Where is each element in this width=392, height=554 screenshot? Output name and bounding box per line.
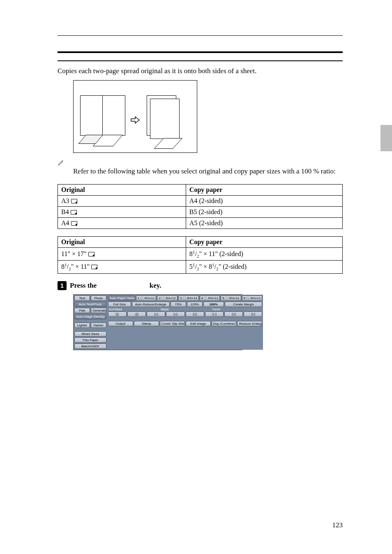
table-row: B4 B5 (2-sided) — [58, 206, 343, 217]
landscape-icon — [71, 221, 77, 226]
page-number: 123 — [332, 521, 343, 529]
shot-btn: Output — [108, 321, 133, 326]
arrow-right-icon — [130, 115, 140, 125]
shot-btn: 4 ⬚ 8½×11 — [200, 295, 220, 301]
shot-btn: 73% — [171, 302, 186, 307]
shot-btn: Thin Paper — [74, 337, 106, 343]
shot-btn: Batch/SADF — [74, 344, 106, 349]
cell-copy: 81/2" × 11" (2-sided) — [189, 250, 243, 257]
cell-orig: 11" × 17" — [61, 250, 87, 257]
table-row: A3 A4 (2-sided) — [58, 195, 343, 206]
shot-btn: 5 ⬚ 8½×11 — [221, 295, 241, 301]
intro-text: Copies each two-page spread original as … — [58, 66, 343, 76]
shot-btn: 3 ⬚ 8½×14 — [178, 295, 199, 301]
th-copy: Copy paper — [189, 186, 222, 193]
paper-size-table-metric: Original Copy paper A3 A4 (2-sided) B4 B… — [58, 184, 343, 229]
shot-btn: Pale — [74, 308, 90, 313]
landscape-icon — [91, 265, 97, 269]
th-original: Original — [61, 186, 85, 193]
shot-btn: Reduce/ Enlarge — [237, 321, 262, 326]
shot-btn: Mixed Sizes — [74, 331, 106, 337]
shot-btn: Photo — [91, 295, 106, 301]
shot-btn: Stamp — [134, 321, 159, 326]
shot-btn: Cover/ Slip Sheet — [160, 321, 185, 326]
rule — [58, 51, 343, 53]
page-content: Copies each two-page spread original as … — [0, 0, 392, 367]
th-copy: Copy paper — [189, 238, 222, 245]
shot-btn: ▯·▯ — [205, 312, 224, 317]
rule — [58, 35, 343, 36]
shot-btn: 1 ⬚ 8½×11 — [136, 295, 157, 301]
shot-btn: Auto Reduce/Enlarge — [132, 302, 170, 307]
control-panel-screenshot: Text Photo Auto Text/Photo Pale Generati… — [73, 294, 242, 350]
shot-btn: ▯:▯ — [244, 312, 262, 317]
shot-btn: 2 ⬚ 8½×11 — [157, 295, 178, 301]
landscape-icon — [71, 199, 77, 203]
shot-btn: 6 ⬚ 8½×11 — [242, 295, 263, 301]
note-text: Refer to the following table when you se… — [73, 166, 343, 177]
book-to-duplex-illustration — [73, 80, 197, 153]
shot-btn: 129% — [187, 302, 203, 307]
step-text: Press the key. — [70, 282, 161, 290]
shot-btn: Auto Paper Select — [108, 295, 135, 301]
shot-label: Staple — [160, 308, 211, 311]
cell-orig: 81/2" × 11" — [61, 263, 90, 270]
shot-btn: ▯·▯ — [147, 312, 165, 317]
table-row: 11" × 17" 81/2" × 11" (2-sided) — [58, 247, 343, 261]
section-tab — [380, 125, 392, 151]
shot-btn: 100% — [203, 302, 224, 307]
shot-btn: Edit Image — [186, 321, 211, 326]
note-icon — [58, 159, 64, 166]
shot-label: Punch — [212, 308, 263, 311]
shot-btn: Generation — [91, 308, 106, 313]
th-original: Original — [61, 238, 85, 245]
shot-btn: ▯▯ — [127, 312, 146, 317]
shot-btn: Auto Image Density — [74, 314, 106, 319]
shot-btn: Create Margin — [225, 302, 263, 307]
shot-btn: Lighter — [74, 323, 90, 328]
landscape-icon — [88, 252, 95, 256]
shot-btn: ▯▯ — [108, 312, 127, 317]
table-row: 81/2" × 11" 51/2" × 81/2" (2-sided) — [58, 261, 343, 274]
step-number-badge: 1 — [58, 281, 67, 290]
shot-btn: Auto Text/Photo — [74, 302, 106, 307]
shot-btn: Dup./Combine/ Series — [212, 321, 237, 326]
step-1: 1 Press the key. — [58, 281, 343, 290]
shot-btn: ▯:▯ — [224, 312, 243, 317]
landscape-icon — [71, 210, 77, 215]
shot-btn: ▯:▯ — [186, 312, 204, 317]
cell-copy: 51/2" × 81/2" (2-sided) — [189, 263, 247, 270]
shot-label: Sort/Stack — [108, 308, 159, 311]
shot-btn: Text — [74, 295, 90, 301]
paper-size-table-inch: Original Copy paper 11" × 17" 81/2" × 11… — [58, 236, 343, 274]
shot-btn: Darker — [91, 323, 106, 328]
shot-btn: ▯·▯ — [166, 312, 184, 317]
shot-btn: Full Size — [108, 302, 131, 307]
table-row: A4 A5 (2-sided) — [58, 217, 343, 229]
rule — [58, 60, 343, 61]
